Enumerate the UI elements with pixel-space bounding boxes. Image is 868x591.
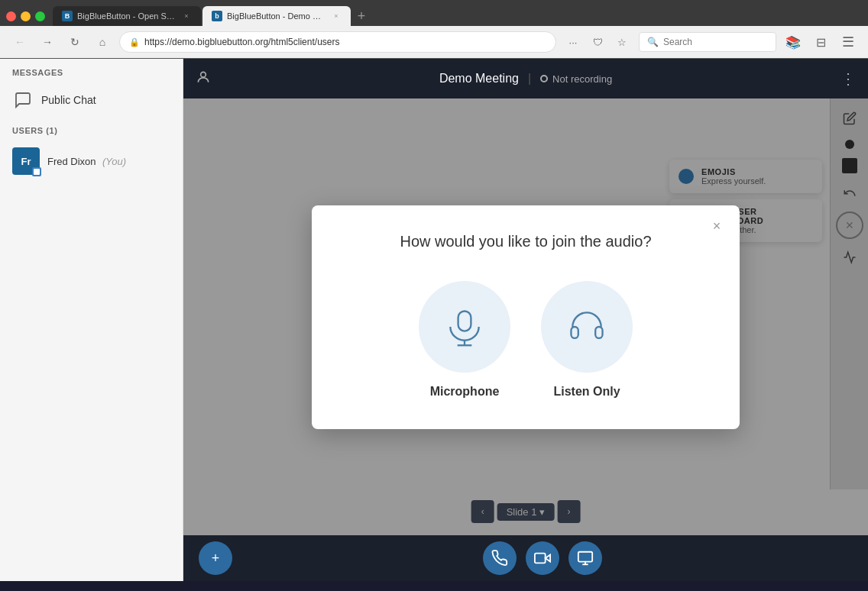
- chat-icon: [12, 89, 34, 111]
- tab2-close-button[interactable]: ×: [331, 11, 342, 21]
- header-left: [196, 69, 211, 89]
- bookmark-icon[interactable]: ☆: [611, 31, 633, 53]
- recording-label: Not recording: [552, 73, 612, 85]
- public-chat-label: Public Chat: [41, 94, 96, 106]
- user-name: Fred Dixon (You): [47, 154, 126, 168]
- meeting-title: Demo Meeting: [439, 72, 519, 86]
- sidebar: MESSAGES Public Chat USERS (1) Fr Fred D…: [0, 59, 183, 581]
- main-area: Demo Meeting | Not recording ⋮ b For mor…: [183, 59, 868, 581]
- nav-actions: ··· 🛡 ☆: [562, 31, 633, 53]
- add-button[interactable]: +: [199, 541, 232, 575]
- avatar: Fr: [12, 147, 40, 175]
- shield-icon: 🛡: [587, 31, 608, 53]
- reload-button[interactable]: ↻: [64, 31, 86, 53]
- search-bar[interactable]: 🔍: [639, 32, 776, 52]
- address-bar[interactable]: 🔒 https://demo.bigbluebutton.org/html5cl…: [119, 31, 556, 53]
- svg-rect-9: [578, 552, 592, 562]
- tab2-label: BigBlueButton - Demo Meeting: [227, 11, 326, 21]
- svg-rect-0: [34, 169, 40, 175]
- tab2-favicon: b: [212, 11, 222, 21]
- tab1-label: BigBlueButton - Open Source V...: [77, 11, 177, 21]
- svg-rect-5: [571, 327, 578, 338]
- header-separator: |: [528, 72, 531, 86]
- video-button[interactable]: [526, 541, 559, 575]
- listen-only-circle[interactable]: [541, 281, 633, 373]
- user-icon: [196, 69, 211, 89]
- users-section-title: USERS (1): [0, 117, 183, 141]
- sidebar-item-public-chat[interactable]: Public Chat: [0, 83, 183, 117]
- close-window-button[interactable]: [6, 11, 16, 21]
- search-input[interactable]: [663, 37, 755, 47]
- address-text: https://demo.bigbluebutton.org/html5clie…: [144, 37, 546, 47]
- svg-point-1: [201, 72, 206, 77]
- browser-chrome: B BigBlueButton - Open Source V... × b B…: [0, 0, 868, 59]
- new-tab-button[interactable]: +: [352, 7, 371, 25]
- listen-only-option[interactable]: Listen Only: [541, 281, 633, 399]
- microphone-circle[interactable]: [419, 281, 510, 373]
- sidebar-item-user-fred[interactable]: Fr Fred Dixon (You): [0, 141, 183, 181]
- library-icon[interactable]: 📚: [782, 31, 804, 53]
- browser-tab-2[interactable]: b BigBlueButton - Demo Meeting ×: [202, 6, 351, 26]
- minimize-window-button[interactable]: [21, 11, 31, 21]
- hamburger-menu-button[interactable]: ☰: [837, 31, 859, 53]
- microphone-option[interactable]: Microphone: [419, 281, 510, 399]
- security-icon: 🔒: [129, 37, 140, 47]
- browser-tab-1[interactable]: B BigBlueButton - Open Source V... ×: [53, 6, 201, 26]
- forward-button[interactable]: →: [37, 31, 58, 53]
- audio-options: Microphone Listen Only: [342, 281, 709, 399]
- screen-share-button[interactable]: [568, 541, 602, 575]
- nav-bar: ← → ↻ ⌂ 🔒 https://demo.bigbluebutton.org…: [0, 26, 868, 58]
- svg-marker-7: [546, 554, 550, 561]
- tab-bar: B BigBlueButton - Open Source V... × b B…: [0, 0, 868, 26]
- header-menu-button[interactable]: ⋮: [840, 69, 856, 88]
- recording-dot-icon: [540, 75, 548, 82]
- microphone-label: Microphone: [430, 385, 500, 399]
- traffic-lights: [6, 11, 45, 21]
- dialog-overlay: × How would you like to join the audio?: [183, 98, 868, 535]
- presentation-area: b For more information visit bigbluebutt…: [183, 98, 868, 535]
- back-button[interactable]: ←: [9, 31, 31, 53]
- svg-rect-6: [595, 327, 602, 338]
- svg-rect-2: [458, 311, 471, 331]
- sidebar-toggle-button[interactable]: ⊟: [810, 31, 831, 53]
- meeting-header: Demo Meeting | Not recording ⋮: [183, 59, 868, 98]
- svg-rect-8: [535, 554, 546, 564]
- home-button[interactable]: ⌂: [92, 31, 113, 53]
- bottom-center: [483, 541, 602, 575]
- dialog-close-button[interactable]: ×: [706, 216, 727, 237]
- maximize-window-button[interactable]: [35, 11, 45, 21]
- tab1-favicon: B: [62, 11, 73, 21]
- bottom-toolbar: +: [183, 535, 868, 581]
- bottom-left: +: [199, 541, 232, 575]
- recording-status: Not recording: [540, 73, 612, 85]
- header-center: Demo Meeting | Not recording: [439, 72, 612, 86]
- avatar-badge: [32, 167, 41, 176]
- listen-only-label: Listen Only: [553, 385, 620, 399]
- tab1-close-button[interactable]: ×: [181, 11, 192, 21]
- app: MESSAGES Public Chat USERS (1) Fr Fred D…: [0, 59, 868, 581]
- messages-section-title: MESSAGES: [0, 59, 183, 83]
- audio-join-dialog: × How would you like to join the audio?: [312, 205, 740, 429]
- search-icon: 🔍: [647, 37, 659, 47]
- dialog-title: How would you like to join the audio?: [342, 233, 709, 250]
- more-options-button[interactable]: ···: [562, 31, 584, 53]
- phone-button[interactable]: [483, 541, 517, 575]
